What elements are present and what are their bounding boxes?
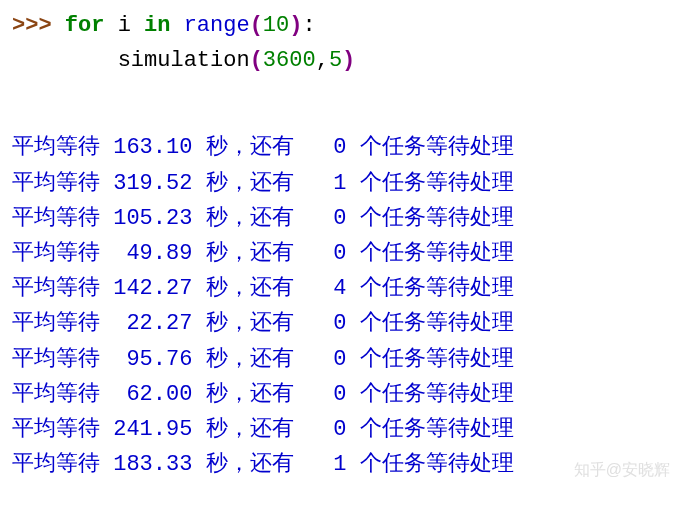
range-function: range (184, 13, 250, 38)
tasks-value: 0 (307, 241, 347, 266)
wait-value: 163.10 (113, 135, 192, 160)
tasks-value: 0 (307, 382, 347, 407)
open-paren: ( (250, 13, 263, 38)
tasks-value: 0 (307, 417, 347, 442)
output-row: 平均等待 22.27 秒，还有 0 个任务等待处理 (12, 306, 678, 341)
open-paren: ( (250, 48, 263, 73)
wait-value: 142.27 (113, 276, 192, 301)
wait-value: 49.89 (113, 241, 192, 266)
output-block: 平均等待 163.10 秒，还有 0 个任务等待处理 平均等待 319.52 秒… (12, 130, 678, 482)
simulation-function: simulation (118, 48, 250, 73)
wait-value: 241.95 (113, 417, 192, 442)
output-row: 平均等待 319.52 秒，还有 1 个任务等待处理 (12, 166, 678, 201)
wait-value: 95.76 (113, 347, 192, 372)
output-row: 平均等待 105.23 秒，还有 0 个任务等待处理 (12, 201, 678, 236)
keyword-in: in (144, 13, 170, 38)
output-row: 平均等待 62.00 秒，还有 0 个任务等待处理 (12, 377, 678, 412)
close-paren: ) (342, 48, 355, 73)
watermark: 知乎@安晓辉 (574, 457, 670, 483)
output-row: 平均等待 241.95 秒，还有 0 个任务等待处理 (12, 412, 678, 447)
output-row: 平均等待 49.89 秒，还有 0 个任务等待处理 (12, 236, 678, 271)
close-paren: ) (289, 13, 302, 38)
wait-value: 22.27 (113, 311, 192, 336)
loop-var: i (118, 13, 131, 38)
sim-arg1: 3600 (263, 48, 316, 73)
wait-value: 319.52 (113, 171, 192, 196)
repl-prompt: >>> (12, 13, 65, 38)
output-row: 平均等待 95.76 秒，还有 0 个任务等待处理 (12, 342, 678, 377)
tasks-value: 0 (307, 206, 347, 231)
code-line-1: >>> for i in range(10): (12, 8, 678, 43)
tasks-value: 0 (307, 311, 347, 336)
sim-arg2: 5 (329, 48, 342, 73)
tasks-value: 4 (307, 276, 347, 301)
tasks-value: 0 (307, 347, 347, 372)
wait-value: 62.00 (113, 382, 192, 407)
wait-value: 183.33 (113, 452, 192, 477)
tasks-value: 1 (307, 171, 347, 196)
code-line-2: simulation(3600,5) (12, 43, 678, 78)
output-row: 平均等待 163.10 秒，还有 0 个任务等待处理 (12, 130, 678, 165)
keyword-for: for (65, 13, 105, 38)
tasks-value: 0 (307, 135, 347, 160)
output-row: 平均等待 142.27 秒，还有 4 个任务等待处理 (12, 271, 678, 306)
tasks-value: 1 (307, 452, 347, 477)
wait-value: 105.23 (113, 206, 192, 231)
range-arg: 10 (263, 13, 289, 38)
